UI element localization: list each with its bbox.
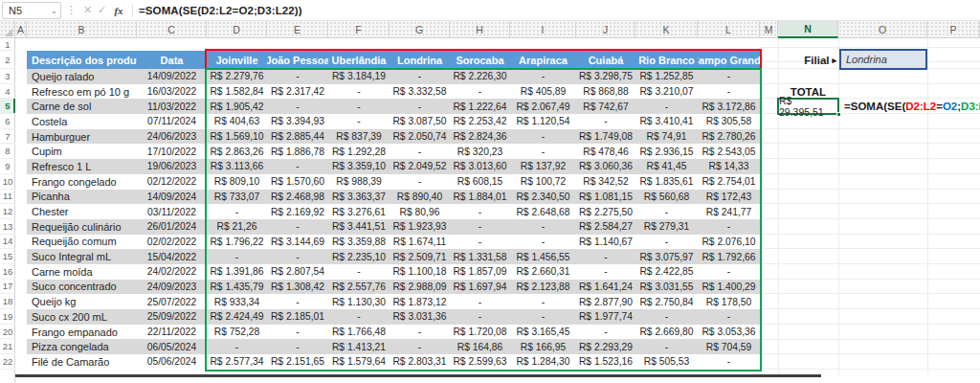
enter-icon[interactable]: ✓ <box>95 4 109 16</box>
cell-value[interactable]: - <box>328 309 390 325</box>
cell-value[interactable]: R$ 100,72 <box>510 174 576 190</box>
cell-value[interactable]: R$ 2.275,50 <box>576 204 635 219</box>
cell-value[interactable]: R$ 2.424,49 <box>207 309 267 325</box>
cell-date[interactable]: 14/09/2022 <box>137 69 207 84</box>
cell-value[interactable]: R$ 1.120,54 <box>510 114 576 129</box>
cell-value[interactable]: R$ 1.886,78 <box>267 144 328 159</box>
row-header-16[interactable]: 16 <box>0 264 15 280</box>
cell-value[interactable]: R$ 1.331,58 <box>450 249 510 264</box>
cell-value[interactable]: R$ 1.674,11 <box>390 235 450 250</box>
cell-product[interactable]: Requeijão comum <box>27 235 137 250</box>
cell-value[interactable]: R$ 1.413,21 <box>328 339 390 354</box>
cell-value[interactable]: - <box>267 69 328 84</box>
cell-product[interactable]: Carne de sol <box>27 99 137 114</box>
cell-value[interactable]: R$ 1.766,48 <box>328 325 390 340</box>
cell-value[interactable]: - <box>450 294 510 309</box>
cell-value[interactable]: R$ 3.060,36 <box>576 159 635 174</box>
cell-value[interactable]: R$ 137,92 <box>510 159 576 174</box>
row-header-17[interactable]: 17 <box>0 280 15 295</box>
row-header-10[interactable]: 10 <box>0 174 15 190</box>
cell-date[interactable]: 02/12/2022 <box>137 174 207 190</box>
cell-date[interactable]: 07/11/2024 <box>137 114 207 129</box>
cell-date[interactable]: 05/06/2024 <box>137 354 207 370</box>
cell-value[interactable]: R$ 41,45 <box>635 159 698 174</box>
cell-value[interactable]: R$ 178,50 <box>698 294 760 309</box>
row-header-13[interactable]: 13 <box>0 219 15 235</box>
cell-value[interactable]: R$ 2.754,01 <box>698 174 760 190</box>
cell-value[interactable]: R$ 2.317,42 <box>267 84 328 100</box>
cell-value[interactable]: R$ 2.807,54 <box>267 264 328 280</box>
row-header-14[interactable]: 14 <box>0 235 15 250</box>
cell-value[interactable]: R$ 3.113,66 <box>207 159 267 174</box>
cell-value[interactable]: R$ 2.185,01 <box>267 309 328 325</box>
cell-value[interactable]: - <box>576 249 635 264</box>
cell-value[interactable]: R$ 837,39 <box>328 129 390 145</box>
cell-value[interactable]: R$ 933,34 <box>207 294 267 309</box>
cell-value[interactable]: R$ 2.863,26 <box>207 144 267 159</box>
cell-value[interactable]: - <box>698 84 760 100</box>
cell-date[interactable]: 26/01/2024 <box>137 219 207 235</box>
chevron-down-icon[interactable]: ⌄ <box>50 6 57 15</box>
cell-value[interactable]: R$ 890,40 <box>390 190 450 205</box>
cell-value[interactable]: R$ 3.184,19 <box>328 69 390 84</box>
cell-value[interactable]: - <box>510 219 576 235</box>
cell-value[interactable]: R$ 166,95 <box>510 339 576 354</box>
cell-value[interactable]: R$ 2.750,84 <box>635 294 698 309</box>
cell-value[interactable]: R$ 2.557,76 <box>328 280 390 295</box>
cell-value[interactable]: R$ 3.410,41 <box>635 114 698 129</box>
cell-value[interactable]: R$ 2.253,42 <box>450 114 510 129</box>
cell-value[interactable]: - <box>267 339 328 354</box>
cell-value[interactable]: R$ 560,68 <box>635 190 698 205</box>
cell-value[interactable]: R$ 1.252,85 <box>635 69 698 84</box>
cell-value[interactable]: R$ 1.884,01 <box>450 190 510 205</box>
cell-product[interactable]: Pizza congelada <box>27 339 137 354</box>
cell-date[interactable]: 24/06/2023 <box>137 129 207 145</box>
cell-value[interactable]: - <box>510 235 576 250</box>
cell-value[interactable]: R$ 752,28 <box>207 325 267 340</box>
cell-value[interactable]: - <box>510 309 576 325</box>
column-header-C[interactable]: C <box>137 21 207 38</box>
cell-product[interactable]: Frango empanado <box>27 325 137 340</box>
column-header-L[interactable]: L <box>698 21 760 38</box>
cell-product[interactable]: Queijo ralado <box>27 69 137 84</box>
cell-value[interactable]: R$ 2.151,65 <box>267 354 328 370</box>
column-header-G[interactable]: G <box>390 21 450 38</box>
cell-value[interactable]: R$ 2.468,98 <box>267 190 328 205</box>
insert-function-icon[interactable]: fx <box>109 5 128 16</box>
header-city-8[interactable]: Rio Branco <box>635 51 698 69</box>
cell-value[interactable]: - <box>450 84 510 100</box>
cell-value[interactable]: - <box>267 249 328 264</box>
cell-value[interactable]: - <box>267 159 328 174</box>
cell-value[interactable]: R$ 1.641,24 <box>576 280 635 295</box>
cell-value[interactable]: - <box>510 144 576 159</box>
cell-date[interactable]: 25/07/2022 <box>137 294 207 309</box>
column-header-B[interactable]: B <box>27 21 137 38</box>
cell-value[interactable]: R$ 1.749,08 <box>576 129 635 145</box>
cell-value[interactable]: R$ 279,31 <box>635 219 698 235</box>
cell-product[interactable]: Carne moída <box>27 264 137 280</box>
cell-value[interactable]: R$ 1.977,74 <box>576 309 635 325</box>
column-header-K[interactable]: K <box>635 21 698 38</box>
cell-value[interactable]: - <box>267 219 328 235</box>
cell-product[interactable]: Requeijão culinário <box>27 219 137 235</box>
cell-value[interactable]: R$ 2.067,49 <box>510 99 576 114</box>
column-header-N[interactable]: N <box>778 21 838 38</box>
column-header-D[interactable]: D <box>207 21 267 38</box>
cancel-icon[interactable]: ✕ <box>80 4 95 16</box>
cell-value[interactable]: R$ 608,15 <box>450 174 510 190</box>
cell-value[interactable]: R$ 1.308,42 <box>267 280 328 295</box>
cell-value[interactable]: R$ 172,43 <box>698 190 760 205</box>
header-city-7[interactable]: Cuiabá <box>576 51 635 69</box>
cell-date[interactable]: 24/09/2023 <box>137 280 207 295</box>
cell-value[interactable]: R$ 3.013,60 <box>450 159 510 174</box>
cell-value[interactable]: R$ 2.340,50 <box>510 190 576 205</box>
row-header-11[interactable]: 11 <box>0 190 15 205</box>
column-header-I[interactable]: I <box>510 21 576 38</box>
cell-value[interactable]: R$ 2.660,31 <box>510 264 576 280</box>
cell-value[interactable]: R$ 3.087,50 <box>390 114 450 129</box>
cell-value[interactable]: R$ 988,39 <box>328 174 390 190</box>
cell-product[interactable]: Queijo kg <box>27 294 137 309</box>
cell-value[interactable]: - <box>328 264 390 280</box>
cell-value[interactable]: - <box>635 235 698 250</box>
row-header-22[interactable]: 22 <box>0 354 15 370</box>
